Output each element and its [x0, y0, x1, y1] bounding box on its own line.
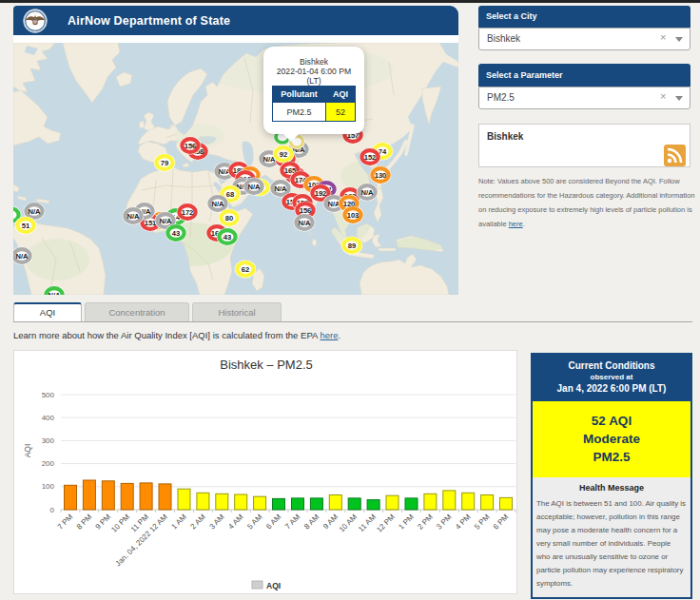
svg-text:0: 0 [50, 506, 55, 514]
svg-text:500: 500 [42, 391, 55, 399]
svg-text:1 AM: 1 AM [170, 513, 188, 531]
svg-text:5 AM: 5 AM [245, 513, 263, 531]
svg-text:8 PM: 8 PM [75, 513, 94, 532]
svg-text:43: 43 [224, 233, 231, 242]
svg-text:Bishkek – PM2.5: Bishkek – PM2.5 [220, 358, 313, 372]
svg-text:6 AM: 6 AM [264, 513, 282, 531]
svg-text:8 AM: 8 AM [302, 513, 321, 531]
svg-text:6 PM: 6 PM [492, 513, 511, 532]
svg-text:51: 51 [22, 222, 30, 230]
svg-text:2 AM: 2 AM [189, 513, 207, 531]
svg-text:3 PM: 3 PM [435, 513, 454, 532]
svg-text:12 PM: 12 PM [375, 513, 397, 534]
svg-text:300: 300 [42, 436, 55, 445]
svg-text:N/A: N/A [247, 183, 261, 191]
svg-text:156: 156 [185, 142, 197, 150]
svg-text:103: 103 [347, 211, 360, 220]
svg-text:N/A: N/A [48, 291, 61, 295]
svg-text:N/A: N/A [126, 212, 140, 221]
svg-text:62: 62 [242, 265, 249, 274]
svg-text:2 PM: 2 PM [416, 513, 435, 532]
svg-text:1 PM: 1 PM [397, 513, 416, 532]
svg-text:10 PM: 10 PM [109, 513, 131, 534]
svg-text:79: 79 [161, 159, 168, 167]
svg-text:89: 89 [348, 242, 356, 250]
svg-text:3 AM: 3 AM [207, 513, 225, 531]
svg-text:4 AM: 4 AM [226, 513, 244, 531]
svg-text:192: 192 [315, 189, 327, 198]
svg-text:156: 156 [300, 206, 312, 215]
svg-text:N/A: N/A [28, 207, 41, 216]
svg-text:152: 152 [364, 153, 377, 162]
svg-text:130: 130 [375, 171, 387, 180]
svg-text:400: 400 [42, 414, 55, 422]
svg-text:AQI: AQI [266, 581, 281, 590]
svg-text:43: 43 [172, 229, 180, 238]
svg-text:N/A: N/A [360, 188, 374, 197]
svg-text:4 PM: 4 PM [454, 513, 473, 532]
svg-text:AQI: AQI [23, 444, 32, 458]
svg-text:200: 200 [42, 459, 55, 468]
svg-text:N/A: N/A [15, 252, 29, 261]
svg-text:N/A: N/A [211, 200, 224, 208]
svg-text:80: 80 [225, 214, 233, 223]
svg-text:172: 172 [182, 208, 194, 217]
svg-text:N/A: N/A [159, 217, 172, 225]
svg-text:7 PM: 7 PM [56, 513, 75, 532]
svg-text:100: 100 [42, 482, 55, 491]
svg-text:10 AM: 10 AM [338, 513, 360, 534]
svg-text:11 AM: 11 AM [357, 513, 378, 533]
svg-text:N/A: N/A [274, 184, 287, 193]
svg-text:92: 92 [280, 150, 287, 159]
svg-text:5 PM: 5 PM [473, 513, 492, 532]
svg-text:N/A: N/A [298, 219, 311, 227]
svg-text:7 AM: 7 AM [283, 513, 301, 531]
svg-text:68: 68 [226, 190, 234, 199]
